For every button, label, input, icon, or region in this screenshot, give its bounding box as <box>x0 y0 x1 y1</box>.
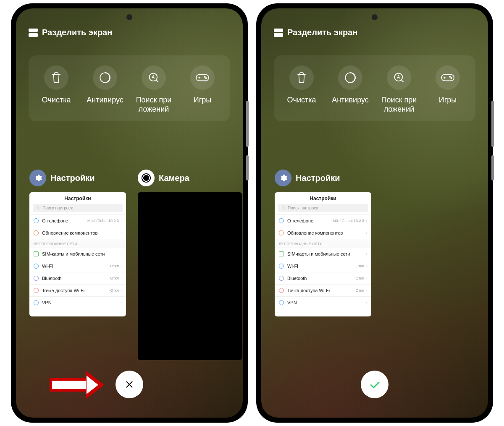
tool-games-label: Игры <box>194 96 211 105</box>
row-hotspot[interactable]: Точка доступа Wi-Fi Откл› <box>275 284 371 296</box>
recent-card-settings[interactable]: Настройки Настройки Поиск настроек О тел… <box>275 170 371 316</box>
card-header-settings: Настройки <box>29 170 126 186</box>
camera-preview <box>138 192 242 360</box>
svg-rect-10 <box>441 75 454 81</box>
card-title-settings: Настройки <box>296 173 340 183</box>
row-vpn[interactable]: VPN › <box>29 296 126 308</box>
settings-prev-title: Настройки <box>29 192 126 204</box>
tool-search-apps-label: Поиск при ложений <box>136 96 172 114</box>
row-bluetooth[interactable]: Bluetooth Откл› <box>275 272 371 284</box>
settings-preview: Настройки Поиск настроек О телефоне MIUI… <box>29 192 126 316</box>
tool-antivirus-label: Антивирус <box>332 96 368 105</box>
recent-cards: Настройки Настройки Поиск настроек О тел… <box>275 170 488 316</box>
split-screen-icon <box>29 29 38 37</box>
phone-left: Разделить экран Очистка Антивирус A Поис… <box>12 4 247 422</box>
gamepad-icon <box>190 65 215 90</box>
recent-apps-screen: Разделить экран Очистка Антивирус A Поис… <box>16 8 243 418</box>
gear-icon <box>275 170 291 186</box>
card-header-camera: Камера <box>138 170 242 186</box>
volume-button[interactable] <box>246 101 249 147</box>
antivirus-icon <box>338 65 362 90</box>
svg-point-13 <box>282 206 284 209</box>
svg-point-6 <box>37 206 39 209</box>
split-screen-label: Разделить экран <box>42 28 112 37</box>
card-title-settings: Настройки <box>50 173 95 183</box>
volume-button[interactable] <box>491 101 494 147</box>
recent-apps-screen: Разделить экран Очистка Антивирус A Поис… <box>261 8 488 418</box>
row-wifi[interactable]: Wi-Fi Откл› <box>29 260 126 272</box>
power-button[interactable] <box>246 155 249 180</box>
svg-point-12 <box>451 78 452 79</box>
settings-search-placeholder: Поиск настроек <box>42 206 73 210</box>
row-update-components[interactable]: Обновление компонентов › <box>275 227 371 239</box>
confirm-cleared-button[interactable] <box>361 371 388 398</box>
clear-all-button[interactable] <box>116 371 143 398</box>
tool-search-apps-label: Поиск при ложений <box>381 96 417 114</box>
card-title-camera: Камера <box>159 173 189 183</box>
split-screen-label: Разделить экран <box>287 28 357 37</box>
tool-clean[interactable]: Очистка <box>32 65 81 114</box>
phone-right: Разделить экран Очистка Антивирус A Поис… <box>257 4 492 422</box>
tool-antivirus-label: Антивирус <box>87 96 123 105</box>
tool-games[interactable]: Игры <box>423 65 472 114</box>
row-vpn[interactable]: VPN › <box>275 296 371 308</box>
tool-games[interactable]: Игры <box>178 65 227 114</box>
settings-preview: Настройки Поиск настроек О телефоне MIUI… <box>275 192 371 316</box>
svg-point-11 <box>449 76 451 78</box>
tool-clean[interactable]: Очистка <box>277 65 326 114</box>
recent-card-camera[interactable]: Камера <box>138 170 242 360</box>
tool-clean-label: Очистка <box>287 96 316 105</box>
svg-point-5 <box>205 78 207 79</box>
search-apps-icon: A <box>387 65 411 90</box>
power-button[interactable] <box>491 155 494 180</box>
tool-games-label: Игры <box>439 96 457 105</box>
close-icon <box>124 379 135 390</box>
row-bluetooth[interactable]: Bluetooth Откл› <box>29 272 126 284</box>
row-about-phone[interactable]: О телефоне MIUI Global 10.2.3› <box>29 214 126 227</box>
split-screen-button[interactable]: Разделить экран <box>29 28 112 37</box>
row-hotspot[interactable]: Точка доступа Wi-Fi Откл› <box>29 284 126 296</box>
row-about-phone[interactable]: О телефоне MIUI Global 10.2.3› <box>275 214 371 227</box>
settings-search[interactable]: Поиск настроек <box>33 204 123 212</box>
tool-antivirus[interactable]: Антивирус <box>81 65 129 114</box>
row-update-components[interactable]: Обновление компонентов › <box>29 227 126 239</box>
row-sim[interactable]: SIM-карты и мобильные сети › <box>275 248 371 260</box>
split-screen-button[interactable]: Разделить экран <box>274 28 357 37</box>
row-sim[interactable]: SIM-карты и мобильные сети › <box>29 248 126 260</box>
trash-icon <box>44 65 68 90</box>
check-icon <box>368 378 381 391</box>
section-wireless: БЕСПРОВОДНЫЕ СЕТИ <box>275 239 371 248</box>
row-wifi[interactable]: Wi-Fi Откл› <box>275 260 371 272</box>
svg-text:A: A <box>152 74 155 79</box>
tool-antivirus[interactable]: Антивирус <box>326 65 375 114</box>
settings-search-placeholder: Поиск настроек <box>288 206 318 210</box>
section-wireless: БЕСПРОВОДНЫЕ СЕТИ <box>29 239 126 248</box>
tool-clean-label: Очистка <box>42 96 71 105</box>
settings-prev-title: Настройки <box>275 192 371 204</box>
tool-search-apps[interactable]: A Поиск при ложений <box>375 65 423 114</box>
card-header-settings: Настройки <box>275 170 371 186</box>
search-apps-icon: A <box>142 65 166 90</box>
recent-card-settings[interactable]: Настройки Настройки Поиск настроек О тел… <box>29 170 126 360</box>
svg-text:A: A <box>397 74 400 79</box>
gear-icon <box>29 170 46 186</box>
gamepad-icon <box>436 65 460 90</box>
svg-point-4 <box>204 76 205 78</box>
tools-row: Очистка Антивирус A Поиск при ложений Иг… <box>274 55 475 121</box>
split-screen-icon <box>274 29 283 37</box>
camera-icon <box>138 170 155 186</box>
tools-row: Очистка Антивирус A Поиск при ложений Иг… <box>29 55 230 121</box>
recent-cards: Настройки Настройки Поиск настроек О тел… <box>29 170 243 360</box>
antivirus-icon <box>93 65 117 90</box>
tool-search-apps[interactable]: A Поиск при ложений <box>129 65 178 114</box>
trash-icon <box>289 65 314 90</box>
svg-rect-3 <box>196 75 209 81</box>
annotation-arrow <box>50 372 104 397</box>
settings-search[interactable]: Поиск настроек <box>278 204 368 212</box>
